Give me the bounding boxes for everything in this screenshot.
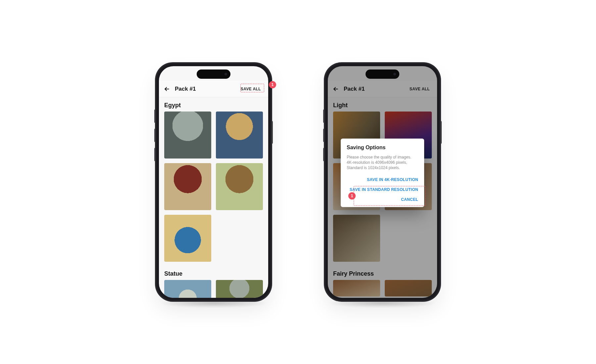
phone-left: Pack #1 SAVE ALL Egypt Statue: [156, 63, 272, 301]
section-title-egypt: Egypt: [159, 97, 268, 112]
image-grid-statue: [159, 280, 268, 298]
screen-left: Pack #1 SAVE ALL Egypt Statue: [159, 66, 268, 298]
image-grid-egypt: [159, 112, 268, 266]
app-bar: Pack #1 SAVE ALL: [159, 81, 268, 97]
callout-bubble: 1: [269, 81, 276, 88]
dialog-title: Saving Options: [347, 145, 418, 151]
phone-right: Pack #1 SAVE ALL Light Fairy Princess: [324, 63, 440, 301]
dynamic-island: [197, 69, 230, 79]
save-4k-button[interactable]: SAVE IN 4K-RESOLUTION: [367, 174, 418, 184]
phone-shadow: [159, 298, 268, 308]
avatar-tile[interactable]: [216, 112, 263, 159]
avatar-tile[interactable]: [216, 280, 263, 298]
dialog-body: Please choose the quality of images. 4K-…: [347, 155, 418, 171]
content-area: Egypt Statue: [159, 97, 268, 298]
dynamic-island: [366, 69, 399, 79]
save-all-button[interactable]: SAVE ALL: [238, 85, 264, 93]
phone-shadow: [328, 298, 437, 308]
avatar-tile[interactable]: [164, 215, 211, 262]
callout-bubble: 1: [348, 192, 356, 200]
save-standard-button[interactable]: SAVE IN STANDARD RESOLUTION: [350, 184, 418, 194]
back-arrow-icon[interactable]: [164, 86, 170, 92]
page-title: Pack #1: [174, 86, 235, 92]
screen-right: Pack #1 SAVE ALL Light Fairy Princess: [328, 66, 437, 298]
section-title-statue: Statue: [159, 266, 268, 280]
avatar-tile[interactable]: [164, 280, 211, 298]
avatar-tile[interactable]: [216, 163, 263, 210]
cancel-button[interactable]: CANCEL: [401, 194, 418, 204]
avatar-tile[interactable]: [164, 163, 211, 210]
avatar-tile[interactable]: [164, 112, 211, 159]
dialog-actions: SAVE IN 4K-RESOLUTION SAVE IN STANDARD R…: [347, 174, 418, 204]
